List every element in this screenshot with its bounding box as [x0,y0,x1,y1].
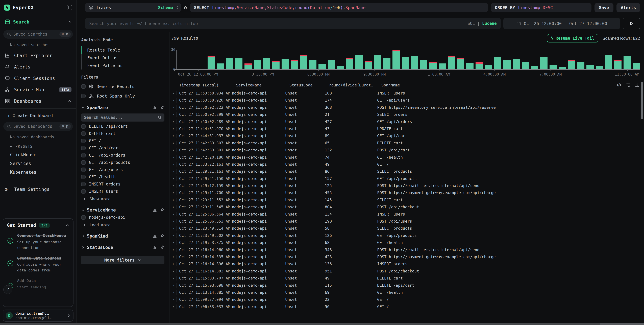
saved-searches-input[interactable]: ⌘ K [3,30,73,39]
table-row[interactable]: ›Oct 27 11:29:11.700 AMnodejs-demo-apiUn… [170,189,644,196]
histogram-bar[interactable] [577,50,584,70]
table-row[interactable]: ›Oct 27 11:16:14.535 AMnodejs-demo-apiUn… [170,253,644,260]
resume-live-tail-button[interactable]: ϟ Resume Live Tail [547,34,598,43]
histogram-bar[interactable] [244,50,252,70]
filter-toggle-denoise-results[interactable]: Denoise Results [81,84,164,89]
checkbox[interactable] [81,124,86,129]
table-row[interactable]: ›Oct 27 11:23:49.502 AMnodejs-demo-apiUn… [170,232,644,239]
expand-row-icon[interactable]: › [172,90,174,97]
histogram-bar[interactable] [272,50,280,70]
chevron-right-icon[interactable] [81,234,85,238]
bar-chart-icon[interactable] [152,105,157,110]
histogram-bar[interactable] [605,50,612,70]
column-header-statuscode[interactable]: ⠿StatusCode [285,83,312,87]
histogram-bar[interactable] [540,50,548,70]
filter-toggle-root-spans-only[interactable]: Root Spans Only [81,93,164,99]
expand-row-icon[interactable]: › [172,211,174,218]
saved-dashboards-field[interactable] [14,124,57,129]
histogram-bar[interactable] [430,50,436,70]
filter-value-row[interactable]: GET / [81,139,164,143]
drag-handle-icon[interactable]: ⠿ [325,83,327,87]
order-by-input[interactable]: ORDER BYTimestamp DESC [491,3,592,12]
table-row[interactable]: ›Oct 27 11:29:11.545 AMnodejs-demo-apiUn… [170,203,644,210]
checkbox[interactable] [81,131,86,136]
checkbox[interactable] [81,215,86,220]
histogram-bar[interactable] [596,50,603,70]
histogram-bar[interactable] [383,50,390,70]
histogram-bar[interactable] [633,50,640,70]
table-row[interactable]: ›Oct 27 11:44:31.957 AMnodejs-demo-apiUn… [170,132,644,139]
pin-icon[interactable] [160,245,164,250]
histogram-bar[interactable] [254,50,261,70]
load-more-link[interactable]: Load more [82,223,164,227]
filter-value-row[interactable]: GET /api/cart [81,146,164,150]
filter-value-row[interactable]: GET /api/products [81,160,164,165]
event-search-box[interactable]: SQL | Lucene [85,18,501,29]
expand-row-icon[interactable]: › [172,154,174,161]
preset-clickhouse[interactable]: ClickHouse [10,152,76,157]
source-select[interactable]: Traces Schema ▲▼ [85,3,181,12]
histogram-bar[interactable] [235,50,242,70]
collapse-sidebar-icon[interactable] [67,5,72,10]
histogram-bar[interactable] [392,50,400,70]
expand-row-icon[interactable]: › [172,132,174,139]
expand-row-icon[interactable]: › [172,296,174,303]
filter-values-search[interactable] [81,114,164,122]
histogram-bar[interactable] [356,50,362,70]
histogram-bar[interactable] [550,50,557,70]
histogram-bar[interactable] [531,50,538,70]
get-started-item[interactable]: Add DataStart sending [7,278,69,290]
table-row[interactable]: ›Oct 27 11:53:58.920 AMnodejs-demo-apiUn… [170,97,644,104]
histogram-bar[interactable] [328,50,335,70]
bar-chart-icon[interactable] [152,245,157,250]
table-row[interactable]: ›Oct 27 11:33:22.161 AMnodejs-demo-apiUn… [170,161,644,168]
table-row[interactable]: ›Oct 27 11:42:33.307 AMnodejs-demo-apiUn… [170,140,644,147]
histogram-bar[interactable] [263,50,270,70]
histogram-bar[interactable] [208,50,215,70]
histogram-bar[interactable] [504,50,510,70]
expand-row-icon[interactable]: › [172,260,174,267]
table-row[interactable]: ›Oct 27 11:06:33.033 AMnodejs-demo-apiUn… [170,303,644,310]
pin-icon[interactable] [160,105,164,110]
time-range-picker[interactable]: Oct 26 12:00:00 - Oct 27 12:00:00 [504,18,620,29]
chevron-right-icon[interactable] [81,246,85,249]
more-filters-button[interactable]: More filters [81,256,164,264]
histogram-bar[interactable] [457,50,464,70]
column-header-timestamp[interactable]: Timestamp (Local)↓ [179,83,221,87]
create-dashboard-button[interactable]: + Create Dashboard [8,113,76,118]
saved-dashboards-input[interactable]: ⌘ K [3,122,73,131]
text-wrap-icon[interactable] [626,83,630,87]
table-row[interactable]: ›Oct 27 11:25:06.564 AMnodejs-demo-apiUn… [170,211,644,218]
chevron-down-icon[interactable] [81,208,85,212]
sidebar-item-service-map[interactable]: Service MapBETA [0,84,76,95]
drag-handle-icon[interactable]: ⠿ [285,83,288,87]
run-query-button[interactable] [623,18,640,29]
column-header-spanname[interactable]: ⠿SpanName [377,83,400,87]
expand-row-icon[interactable]: › [172,196,174,203]
histogram-bar[interactable] [624,50,631,70]
chevron-down-icon[interactable] [81,106,85,109]
checkbox[interactable] [81,160,86,165]
table-row[interactable]: ›Oct 27 11:50:02.299 AMnodejs-demo-apiUn… [170,111,644,118]
column-header-round-divide-durat-[interactable]: ⠿round(divide(Durat… [325,83,373,87]
table-row[interactable]: ›Oct 27 11:19:53.875 AMnodejs-demo-apiUn… [170,239,644,246]
histogram-bar[interactable] [346,50,354,70]
checkbox[interactable] [81,146,86,150]
histogram-bar[interactable] [300,50,307,70]
chevron-up-icon[interactable] [68,20,72,24]
histogram-bar[interactable] [512,50,520,70]
histogram-bar[interactable] [466,50,474,70]
checkbox[interactable] [81,84,86,89]
histogram-bar[interactable] [226,50,233,70]
filter-values-search-input[interactable] [84,115,158,120]
expand-row-icon[interactable]: › [172,253,174,260]
checkbox[interactable] [81,94,86,98]
expand-row-icon[interactable]: › [172,125,174,132]
events-histogram[interactable]: 36 0 Oct 26 12:00:00 PM3:30:00 PM6:30:00… [172,44,641,82]
source-settings-gear-icon[interactable]: ⚙ [184,5,187,11]
column-header-servicename[interactable]: ⠿ServiceName [232,83,262,87]
analysis-mode-results-table[interactable]: Results Table [81,46,164,54]
expand-row-icon[interactable]: › [172,182,174,189]
table-row[interactable]: ›Oct 27 11:13:14.885 AMnodejs-demo-apiUn… [170,289,644,296]
checkbox[interactable] [81,189,86,194]
